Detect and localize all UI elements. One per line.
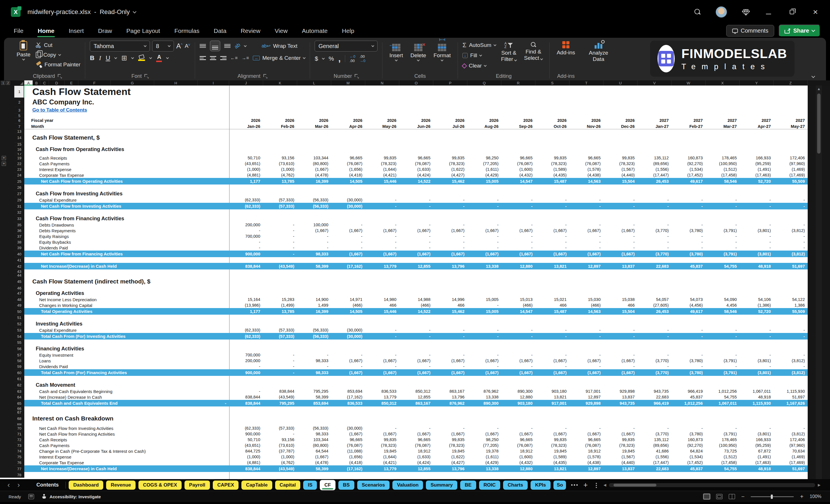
cell[interactable]: (73,610) <box>263 442 297 448</box>
accessibility-status[interactable]: Accessibility: Investigate <box>41 494 101 499</box>
copy-button[interactable]: Copy <box>36 50 81 60</box>
sheet-tab-is[interactable]: IS <box>303 480 317 490</box>
cell[interactable]: (43,549) <box>263 263 297 270</box>
cell[interactable]: 48,918 <box>740 263 774 270</box>
cell[interactable]: - <box>604 245 638 251</box>
cell[interactable]: 2027 <box>740 117 774 123</box>
cell[interactable]: (11,088) <box>331 448 365 454</box>
cell[interactable]: 12,897 <box>569 465 604 472</box>
cell[interactable]: 966,419 <box>638 400 672 406</box>
row-header-73[interactable]: 73 <box>14 442 24 448</box>
font-size-select[interactable]: 8 <box>152 41 174 52</box>
row-header-54[interactable]: 54 <box>14 333 24 340</box>
column-header-O[interactable]: O <box>399 81 433 86</box>
cell[interactable]: (1,667) <box>433 228 467 233</box>
cell[interactable]: (1,667) <box>331 228 365 233</box>
cell[interactable]: 1,177 <box>229 178 263 185</box>
cell[interactable]: - <box>501 203 535 209</box>
cell[interactable]: 166,933 <box>740 155 774 161</box>
row-header-14[interactable]: 14 <box>14 133 24 142</box>
cell[interactable]: - <box>638 203 672 209</box>
row-label[interactable]: Cash and Cash Equivalents Beginning <box>24 388 229 394</box>
find-select-button[interactable]: Find &Select <box>522 41 545 62</box>
cell[interactable]: 48,918 <box>740 394 774 400</box>
row-header-17[interactable]: 17 <box>14 153 24 155</box>
cell[interactable]: (17,447) <box>638 172 672 178</box>
decrease-decimal-button[interactable]: .00→0 <box>359 54 365 63</box>
increase-indent-button[interactable]: →≡ <box>242 56 249 61</box>
cell[interactable]: - <box>365 333 399 340</box>
cell[interactable]: - <box>467 239 501 245</box>
cell[interactable]: - <box>263 251 297 257</box>
cell[interactable]: (3,801) <box>740 431 774 437</box>
cell[interactable]: 966,419 <box>672 388 706 394</box>
cell[interactable]: (17,162) <box>331 263 365 270</box>
cell[interactable]: 178,465 <box>706 437 740 442</box>
cell[interactable]: - <box>774 239 808 245</box>
row-header-42[interactable]: 42 <box>14 263 24 270</box>
row-header-69[interactable]: 69 <box>14 423 24 426</box>
row-label[interactable]: Cash Flow Statement (indirect method), $ <box>24 277 229 286</box>
restore-button[interactable] <box>788 8 796 16</box>
clear-button[interactable]: Clear <box>462 61 496 70</box>
cell[interactable]: Jul-26 <box>433 123 467 129</box>
column-header-C[interactable]: C <box>40 81 49 86</box>
cell[interactable]: - <box>774 327 808 333</box>
cell[interactable]: 844,725 <box>229 448 263 454</box>
cell[interactable]: (56,333) <box>297 333 331 340</box>
more-sheets-button[interactable] <box>571 484 573 486</box>
cell[interactable]: (76,087) <box>501 161 535 166</box>
cell[interactable]: 15,462 <box>433 178 467 185</box>
row-header-49[interactable]: 49 <box>14 302 24 308</box>
cell[interactable]: - <box>672 426 706 431</box>
sheet-tab-charts[interactable]: Charts <box>503 480 528 490</box>
cell[interactable]: (1,667) <box>297 166 331 172</box>
cell[interactable]: - <box>535 364 569 369</box>
cell[interactable]: 13,338 <box>467 465 501 472</box>
cell[interactable]: - <box>263 228 297 233</box>
increase-decimal-button[interactable]: ←0.00 <box>350 54 355 63</box>
page-layout-view-button[interactable] <box>716 494 723 499</box>
cell[interactable]: 836,533 <box>365 388 399 394</box>
cell[interactable]: 64,544 <box>297 448 331 454</box>
cell[interactable]: - <box>467 426 501 431</box>
insert-cells-button[interactable]: ← Insert <box>387 41 405 62</box>
cell[interactable]: 51,697 <box>774 394 808 400</box>
column-header-P[interactable]: P <box>433 81 467 86</box>
cell[interactable]: (1,667) <box>433 369 467 376</box>
cell[interactable]: (1,644) <box>365 166 399 172</box>
row-label[interactable]: Net Cash Flow from Financing Activities <box>24 251 229 257</box>
cell[interactable]: (62,333) <box>229 197 263 203</box>
cell[interactable]: 70,634 <box>774 448 808 454</box>
row-header-65[interactable]: 65 <box>14 400 24 406</box>
menu-tab-review[interactable]: Review <box>240 26 262 36</box>
cell[interactable]: (1,633) <box>399 454 433 460</box>
cell[interactable]: 838,844 <box>229 263 263 270</box>
cell[interactable]: - <box>467 222 501 228</box>
cell[interactable]: - <box>331 222 365 228</box>
cell[interactable]: 838,844 <box>229 465 263 472</box>
cell[interactable]: (1,667) <box>365 251 399 257</box>
column-header-S[interactable]: S <box>535 81 569 86</box>
paste-button[interactable]: Paste <box>14 41 33 61</box>
sheet-tab-contents[interactable]: Contents <box>36 482 59 488</box>
cell[interactable]: 15,504 <box>604 178 638 185</box>
menu-tab-automate[interactable]: Automate <box>301 26 329 36</box>
row-label[interactable]: Interest on Cash Breakdown <box>24 414 229 423</box>
row-header-25[interactable]: 25 <box>14 178 24 185</box>
cell[interactable]: 943,735 <box>638 388 672 394</box>
cell[interactable]: - <box>535 426 569 431</box>
cell[interactable]: 22,683 <box>638 394 672 400</box>
column-header-A[interactable]: A <box>24 81 33 86</box>
cell[interactable]: 16,399 <box>297 308 331 315</box>
row-header-60[interactable]: 60 <box>14 369 24 376</box>
cell[interactable]: (30,000) <box>331 333 365 340</box>
analyze-data-button[interactable]: AnalyzeData <box>586 41 611 63</box>
cell[interactable]: 14,505 <box>331 178 365 185</box>
cell[interactable]: - <box>229 239 263 245</box>
cell[interactable]: (3,770) <box>638 431 672 437</box>
sheet-tab-cogs---opex[interactable]: COGS & OPEX <box>138 480 182 490</box>
cell[interactable]: - <box>740 233 774 239</box>
cell[interactable]: 14,988 <box>399 296 433 302</box>
align-center-button[interactable] <box>210 56 216 60</box>
